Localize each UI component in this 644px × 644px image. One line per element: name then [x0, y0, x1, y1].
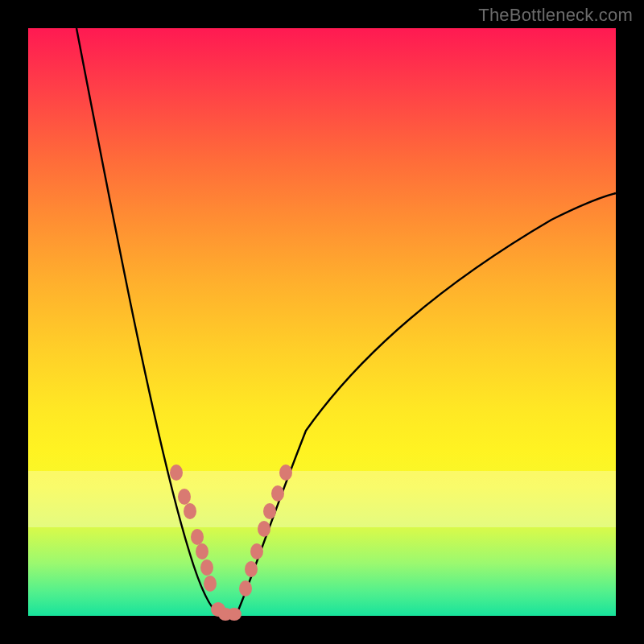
outer-frame: TheBottleneck.com — [0, 0, 644, 644]
curve-left-branch — [76, 28, 221, 616]
marker-dot — [196, 543, 208, 559]
marker-group — [170, 464, 292, 621]
watermark-text: TheBottleneck.com — [478, 5, 633, 26]
marker-dot — [245, 561, 258, 577]
marker-dot — [263, 503, 276, 519]
marker-dot — [200, 559, 213, 576]
marker-dot — [271, 485, 284, 502]
marker-dot — [204, 576, 217, 592]
marker-dot — [250, 543, 263, 559]
marker-dot — [184, 503, 196, 519]
marker-dot — [170, 464, 183, 481]
marker-dot — [227, 608, 242, 621]
marker-dot — [258, 521, 270, 537]
marker-dot — [191, 529, 204, 545]
marker-dot — [279, 464, 292, 481]
marker-dot — [239, 580, 252, 597]
chart-svg — [28, 28, 616, 616]
curve-right-branch — [236, 193, 616, 616]
marker-dot — [178, 489, 191, 505]
